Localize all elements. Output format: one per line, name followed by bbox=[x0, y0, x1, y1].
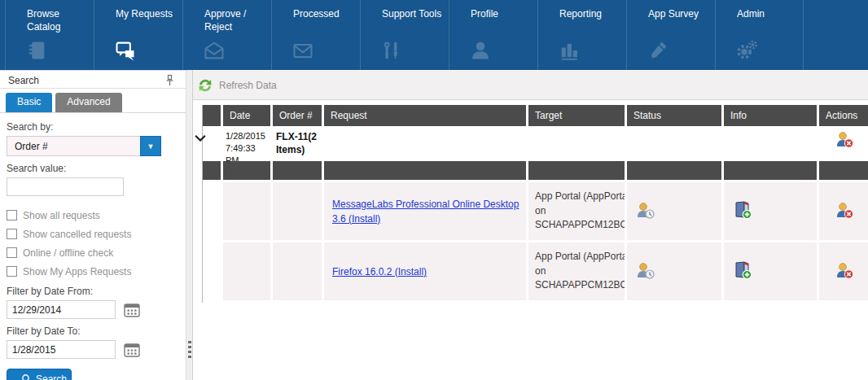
row-actions-cell bbox=[819, 182, 868, 240]
subheader-cell bbox=[819, 161, 868, 180]
target-text: App Portal (AppPortal) on SCHAPAPPCM12BO… bbox=[535, 190, 625, 232]
subheader-cell bbox=[724, 161, 817, 180]
checkbox-show-all-requests[interactable]: Show all requests bbox=[7, 206, 179, 225]
chat-icon bbox=[114, 39, 138, 63]
group-expander-chevron-icon[interactable] bbox=[195, 133, 206, 142]
checkbox-box[interactable] bbox=[7, 229, 17, 239]
calendar-icon[interactable] bbox=[124, 343, 140, 357]
survey-pen-icon bbox=[647, 39, 671, 63]
search-value-input[interactable] bbox=[7, 177, 124, 196]
checkbox-box[interactable] bbox=[7, 210, 17, 221]
search-button[interactable]: Search bbox=[7, 369, 72, 380]
target-text: App Portal (AppPortal) on SCHAPAPPCM12BO… bbox=[535, 250, 625, 292]
subheader-cell bbox=[223, 161, 270, 180]
splitter-grip-icon bbox=[188, 341, 191, 360]
group-row-expander-cell bbox=[203, 126, 221, 161]
search-value-label: Search value: bbox=[7, 163, 179, 174]
row-info-cell bbox=[724, 182, 817, 240]
group-request-cell bbox=[324, 126, 526, 161]
refresh-label: Refresh Data bbox=[219, 80, 277, 91]
subheader-cell bbox=[627, 161, 721, 180]
search-by-label: Search by: bbox=[7, 121, 179, 133]
user-clock-icon bbox=[635, 260, 656, 283]
search-by-dropdown[interactable]: Order # ▼ bbox=[7, 136, 161, 156]
request-link[interactable]: Firefox 16.0.2 (Install) bbox=[332, 264, 427, 279]
nav-item-approve-reject[interactable]: Approve / Reject bbox=[182, 0, 271, 70]
group-actions-cell bbox=[819, 126, 868, 161]
cancel-request-icon[interactable] bbox=[834, 260, 855, 283]
chevron-down-icon[interactable]: ▼ bbox=[140, 136, 161, 156]
app-install-icon[interactable] bbox=[732, 260, 753, 283]
search-tabs: Basic Advanced bbox=[0, 89, 186, 113]
date-from-input[interactable] bbox=[7, 300, 116, 319]
column-header-request[interactable]: Request bbox=[324, 105, 526, 126]
row-date-cell bbox=[223, 182, 270, 240]
nav-item-reporting[interactable]: Reporting bbox=[537, 0, 626, 70]
row-order-cell bbox=[273, 242, 322, 300]
checkbox-online-offline-check[interactable]: Online / offline check bbox=[7, 243, 179, 262]
date-to-input[interactable] bbox=[7, 340, 116, 359]
grid-toolbar: Refresh Data bbox=[193, 70, 868, 100]
column-header-order[interactable]: Order # bbox=[273, 105, 322, 126]
tab-basic[interactable]: Basic bbox=[6, 93, 52, 112]
row-actions-cell bbox=[819, 242, 868, 300]
bar-chart-icon bbox=[558, 39, 582, 63]
checkbox-box[interactable] bbox=[7, 247, 17, 258]
calendar-icon[interactable] bbox=[124, 303, 140, 317]
column-header-expander bbox=[203, 105, 221, 126]
catalog-icon bbox=[25, 39, 50, 63]
row-status-cell bbox=[627, 242, 721, 300]
pin-icon[interactable] bbox=[164, 74, 176, 87]
column-header-info[interactable]: Info bbox=[724, 105, 817, 126]
checkbox-list: Show all requests Show cancelled request… bbox=[7, 206, 179, 281]
row-request-cell: Firefox 16.0.2 (Install) bbox=[324, 242, 526, 300]
group-info-cell bbox=[724, 126, 817, 161]
subheader-cell bbox=[324, 161, 526, 180]
cancel-request-icon[interactable] bbox=[834, 199, 855, 223]
column-header-status[interactable]: Status bbox=[627, 105, 721, 126]
column-header-target[interactable]: Target bbox=[528, 105, 625, 126]
checkbox-box[interactable] bbox=[7, 266, 17, 277]
column-header-actions[interactable]: Actions bbox=[819, 105, 868, 126]
checkbox-label: Show all requests bbox=[23, 210, 100, 221]
envelope-icon bbox=[292, 39, 316, 63]
checkbox-show-my-apps-requests[interactable]: Show My Apps Requests bbox=[7, 262, 179, 281]
column-header-date[interactable]: Date bbox=[223, 105, 270, 126]
app-install-icon[interactable] bbox=[732, 199, 753, 223]
search-by-value[interactable]: Order # bbox=[7, 136, 140, 156]
search-button-label: Search bbox=[36, 373, 67, 380]
nav-item-support-tools[interactable]: Support Tools bbox=[360, 0, 449, 70]
row-date-cell bbox=[223, 242, 270, 300]
nav-item-label: Approve / Reject bbox=[183, 0, 271, 33]
checkbox-label: Show cancelled requests bbox=[23, 229, 131, 240]
date-from-label: Filter by Date From: bbox=[7, 286, 179, 297]
checkbox-show-cancelled-requests[interactable]: Show cancelled requests bbox=[7, 225, 179, 243]
nav-item-profile[interactable]: Profile bbox=[449, 0, 537, 70]
group-date: 1/28/2015 7:49:33 PM bbox=[223, 126, 270, 161]
row-order-cell bbox=[273, 182, 322, 240]
row-request-cell: MessageLabs Professional Online Desktop … bbox=[324, 182, 526, 240]
person-icon bbox=[469, 39, 493, 63]
nav-item-my-requests[interactable]: My Requests bbox=[94, 0, 182, 70]
date-to-label: Filter by Date To: bbox=[7, 325, 179, 337]
nav-item-app-survey[interactable]: App Survey bbox=[626, 0, 715, 70]
panel-splitter[interactable] bbox=[186, 70, 193, 380]
nav-item-admin[interactable]: Admin bbox=[715, 0, 804, 70]
group-status-cell bbox=[627, 126, 721, 161]
refresh-data-button[interactable]: Refresh Data bbox=[193, 77, 277, 94]
subheader-cell bbox=[528, 161, 625, 180]
request-link[interactable]: MessageLabs Professional Online Desktop … bbox=[332, 197, 526, 226]
gears-icon bbox=[735, 39, 760, 63]
row-status-cell bbox=[627, 182, 721, 240]
nav-item-browse-catalog[interactable]: Browse Catalog bbox=[5, 0, 94, 70]
cancel-request-icon[interactable] bbox=[834, 129, 855, 152]
nav-item-label: Profile bbox=[449, 0, 537, 20]
nav-item-label: Support Tools bbox=[361, 0, 449, 20]
tools-icon bbox=[380, 39, 405, 63]
tab-advanced[interactable]: Advanced bbox=[55, 93, 121, 112]
search-panel-title-text: Search bbox=[8, 75, 39, 86]
group-target-cell bbox=[528, 126, 625, 161]
row-expander-cell bbox=[203, 242, 221, 300]
nav-item-processed[interactable]: Processed bbox=[271, 0, 360, 70]
magnifier-icon bbox=[19, 373, 30, 380]
